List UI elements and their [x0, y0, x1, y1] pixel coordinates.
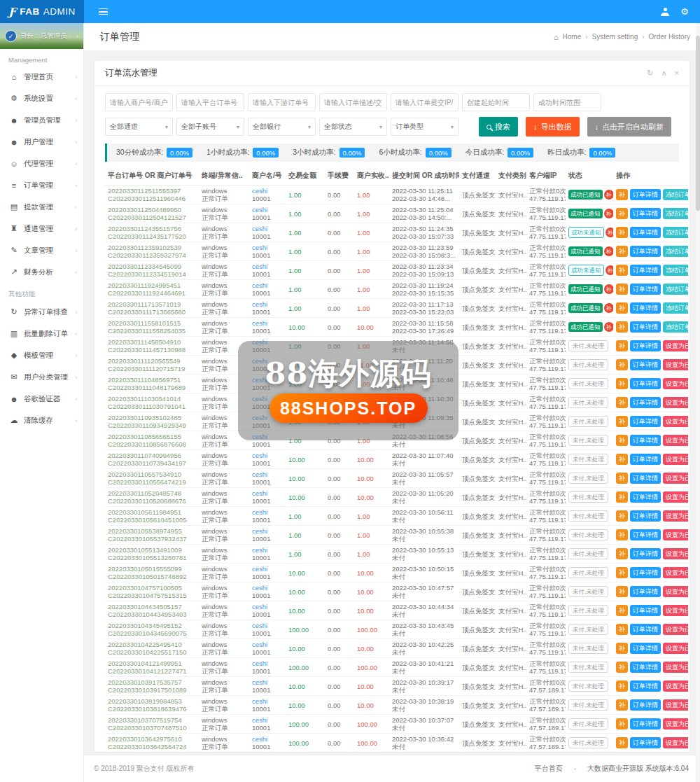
merchant-name-link[interactable]: ceshi: [252, 527, 283, 535]
set-paid-button[interactable]: 设置为已支付: [663, 416, 688, 427]
set-paid-button[interactable]: 设置为已支付: [663, 624, 688, 635]
set-paid-button[interactable]: 设置为已支付: [663, 529, 688, 540]
freeze-order-button[interactable]: 冻结订单: [663, 302, 688, 314]
set-paid-button[interactable]: 设置为已支付: [663, 586, 688, 597]
set-paid-button[interactable]: 设置为已支付: [663, 340, 688, 351]
set-paid-button[interactable]: 设置为已支付: [663, 435, 688, 446]
patch-order-button[interactable]: 补: [616, 605, 628, 616]
order-detail-button[interactable]: 订单详情: [630, 302, 661, 314]
set-paid-button[interactable]: 设置为已支付: [663, 567, 688, 578]
freeze-order-button[interactable]: 冻结订单: [663, 227, 688, 238]
downstream-order-input[interactable]: [248, 93, 316, 111]
merchant-no-input[interactable]: [105, 93, 173, 111]
order-detail-button[interactable]: 订单详情: [630, 208, 661, 219]
patch-order-button[interactable]: 补: [616, 473, 628, 484]
order-detail-button[interactable]: 订单详情: [630, 680, 661, 692]
sidebar-item[interactable]: ☻ 管理员管理 ›: [0, 109, 83, 131]
patch-order-button[interactable]: 补: [616, 643, 628, 654]
merchant-name-link[interactable]: ceshi: [252, 508, 283, 516]
order-detail-button[interactable]: 订单详情: [630, 586, 661, 597]
merchant-name-link[interactable]: ceshi: [252, 244, 283, 251]
sidebar-item[interactable]: ▥ 批量删除订单 ›: [0, 323, 83, 344]
sidebar-item[interactable]: ☁ 清除缓存 ›: [0, 410, 83, 431]
patch-order-button[interactable]: 补: [616, 718, 628, 729]
resend-notify-badge[interactable]: 补: [606, 228, 614, 237]
order-detail-button[interactable]: 订单详情: [630, 662, 661, 673]
patch-order-button[interactable]: 补: [616, 586, 628, 597]
sidebar-toggle-button[interactable]: [91, 0, 115, 23]
patch-order-button[interactable]: 补: [616, 548, 628, 559]
set-paid-button[interactable]: 设置为已支付: [663, 378, 688, 389]
freeze-order-button[interactable]: 冻结订单: [663, 189, 688, 200]
order-detail-button[interactable]: 订单详情: [630, 416, 661, 427]
patch-order-button[interactable]: 补: [616, 397, 628, 408]
freeze-order-button[interactable]: 冻结订单: [663, 265, 688, 276]
resend-notify-badge[interactable]: 补: [604, 246, 614, 256]
set-paid-button[interactable]: 设置为已支付: [663, 548, 688, 559]
freeze-order-button[interactable]: 冻结订单: [663, 246, 688, 257]
sidebar-item[interactable]: ☻ 谷歌验证器 ›: [0, 388, 83, 410]
patch-order-button[interactable]: 补: [616, 227, 628, 238]
set-paid-button[interactable]: 设置为已支付: [663, 662, 688, 673]
set-paid-button[interactable]: 设置为已支付: [663, 643, 688, 654]
order-detail-button[interactable]: 订单详情: [630, 454, 661, 465]
order-type-select[interactable]: 订单类型 ▾: [391, 118, 458, 136]
breadcrumb-system-setting[interactable]: System setting: [592, 33, 638, 41]
order-detail-button[interactable]: 订单详情: [630, 737, 661, 748]
user-icon[interactable]: [661, 8, 669, 16]
freeze-order-button[interactable]: 冻结订单: [663, 321, 688, 333]
patch-order-button[interactable]: 补: [616, 529, 628, 540]
set-paid-button[interactable]: 设置为已支付: [663, 359, 688, 370]
resend-notify-badge[interactable]: 补: [606, 265, 614, 275]
sidebar-item[interactable]: ✉ 用户分类管理 ›: [0, 366, 83, 388]
order-detail-button[interactable]: 订单详情: [630, 643, 661, 654]
sidebar-item[interactable]: ⚙ 系统设置 ›: [0, 88, 83, 109]
sidebar-item[interactable]: ☻ 用户管理 ›: [0, 131, 83, 153]
sidebar-item[interactable]: ◆ 模板管理 ›: [0, 344, 83, 366]
order-desc-input[interactable]: [319, 93, 387, 111]
patch-order-button[interactable]: 补: [616, 189, 628, 200]
resend-notify-badge[interactable]: 补: [604, 190, 614, 200]
merchant-name-link[interactable]: ceshi: [252, 300, 283, 308]
patch-order-button[interactable]: 补: [616, 302, 628, 314]
order-detail-button[interactable]: 订单详情: [630, 359, 661, 370]
sidebar-item[interactable]: ☺ 代理管理 ›: [0, 153, 83, 174]
merchant-name-link[interactable]: ceshi: [252, 603, 283, 610]
sidebar-item[interactable]: ✎ 文章管理 ›: [0, 239, 83, 261]
resend-notify-badge[interactable]: 补: [604, 303, 614, 313]
merchant-name-link[interactable]: ceshi: [252, 659, 283, 667]
merchant-name-link[interactable]: ceshi: [252, 641, 283, 648]
order-detail-button[interactable]: 订单详情: [630, 529, 661, 540]
set-paid-button[interactable]: 设置为已支付: [663, 473, 688, 484]
patch-order-button[interactable]: 补: [616, 340, 628, 351]
gear-icon[interactable]: ⚙: [680, 7, 689, 16]
patch-order-button[interactable]: 补: [616, 662, 628, 673]
merchant-name-link[interactable]: ceshi: [252, 716, 283, 724]
sidebar-item[interactable]: ↗ 财务分析 ›: [0, 261, 83, 283]
patch-order-button[interactable]: 补: [616, 265, 628, 276]
order-detail-button[interactable]: 订单详情: [630, 246, 661, 257]
order-detail-button[interactable]: 订单详情: [630, 605, 661, 616]
merchant-name-link[interactable]: ceshi: [252, 206, 283, 214]
set-paid-button[interactable]: 设置为已支付: [663, 510, 688, 522]
sidebar-item[interactable]: ≡ 订单管理 ›: [0, 174, 83, 196]
order-detail-button[interactable]: 订单详情: [630, 189, 661, 200]
breadcrumb-home[interactable]: Home: [563, 33, 582, 41]
merchant-name-link[interactable]: ceshi: [252, 281, 283, 289]
create-time-input[interactable]: [462, 93, 530, 111]
status-select[interactable]: 全部状态 ▾: [319, 118, 387, 136]
patch-order-button[interactable]: 补: [616, 416, 628, 427]
order-detail-button[interactable]: 订单详情: [630, 340, 661, 351]
user-panel[interactable]: ✓ 身份：总管理员 ›: [0, 23, 83, 49]
set-paid-button[interactable]: 设置为已支付: [663, 491, 688, 503]
close-panel-icon[interactable]: ×: [675, 69, 679, 78]
set-paid-button[interactable]: 设置为已支付: [663, 454, 688, 465]
merchant-name-link[interactable]: ceshi: [252, 584, 283, 592]
vertical-scrollbar[interactable]: [696, 23, 700, 782]
order-detail-button[interactable]: 订单详情: [630, 435, 661, 446]
merchant-name-link[interactable]: ceshi: [252, 546, 283, 554]
order-detail-button[interactable]: 订单详情: [630, 265, 661, 276]
merchant-name-link[interactable]: ceshi: [252, 263, 283, 270]
patch-order-button[interactable]: 补: [616, 378, 628, 389]
merchant-name-link[interactable]: ceshi: [252, 225, 283, 232]
